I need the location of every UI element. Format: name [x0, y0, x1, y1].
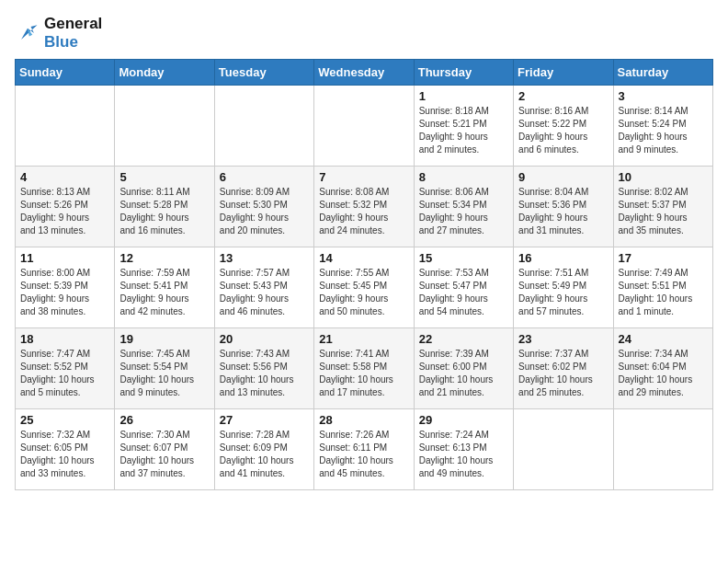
logo-icon — [15, 20, 40, 46]
day-info: Sunrise: 7:39 AM Sunset: 6:00 PM Dayligh… — [419, 348, 508, 399]
day-number: 10 — [619, 170, 708, 184]
day-number: 21 — [319, 332, 408, 346]
day-info: Sunrise: 8:11 AM Sunset: 5:28 PM Dayligh… — [119, 186, 209, 237]
day-info: Sunrise: 7:45 AM Sunset: 5:54 PM Dayligh… — [119, 348, 209, 399]
calendar-cell — [214, 86, 313, 167]
day-info: Sunrise: 7:55 AM Sunset: 5:45 PM Dayligh… — [319, 267, 408, 318]
day-number: 14 — [319, 251, 408, 265]
calendar-week-4: 18Sunrise: 7:47 AM Sunset: 5:52 PM Dayli… — [16, 328, 713, 409]
calendar-cell — [115, 86, 214, 167]
calendar-cell: 6Sunrise: 8:09 AM Sunset: 5:30 PM Daylig… — [214, 167, 313, 247]
day-info: Sunrise: 8:00 AM Sunset: 5:39 PM Dayligh… — [20, 267, 109, 318]
calendar-cell: 1Sunrise: 8:18 AM Sunset: 5:21 PM Daylig… — [414, 86, 513, 167]
calendar-cell: 13Sunrise: 7:57 AM Sunset: 5:43 PM Dayli… — [214, 247, 313, 328]
calendar-cell: 4Sunrise: 8:13 AM Sunset: 5:26 PM Daylig… — [16, 167, 115, 247]
weekday-header-wednesday: Wednesday — [314, 60, 414, 86]
calendar-cell — [514, 409, 613, 490]
day-info: Sunrise: 7:34 AM Sunset: 6:04 PM Dayligh… — [619, 348, 708, 399]
day-info: Sunrise: 8:13 AM Sunset: 5:26 PM Dayligh… — [20, 186, 109, 237]
day-number: 22 — [419, 332, 508, 346]
header: General Blue — [15, 15, 713, 52]
calendar-cell: 3Sunrise: 8:14 AM Sunset: 5:24 PM Daylig… — [613, 86, 712, 167]
calendar-cell: 20Sunrise: 7:43 AM Sunset: 5:56 PM Dayli… — [214, 328, 313, 409]
calendar-week-1: 1Sunrise: 8:18 AM Sunset: 5:21 PM Daylig… — [16, 86, 713, 167]
calendar-week-3: 11Sunrise: 8:00 AM Sunset: 5:39 PM Dayli… — [16, 247, 713, 328]
day-number: 16 — [518, 251, 608, 265]
calendar-cell: 26Sunrise: 7:30 AM Sunset: 6:07 PM Dayli… — [115, 409, 214, 490]
calendar-cell: 21Sunrise: 7:41 AM Sunset: 5:58 PM Dayli… — [314, 328, 414, 409]
day-number: 23 — [518, 332, 608, 346]
calendar-week-2: 4Sunrise: 8:13 AM Sunset: 5:26 PM Daylig… — [16, 167, 713, 247]
day-number: 28 — [319, 413, 408, 427]
calendar-cell — [613, 409, 712, 490]
calendar-cell: 10Sunrise: 8:02 AM Sunset: 5:37 PM Dayli… — [613, 167, 712, 247]
day-info: Sunrise: 7:53 AM Sunset: 5:47 PM Dayligh… — [419, 267, 508, 318]
calendar-cell: 12Sunrise: 7:59 AM Sunset: 5:41 PM Dayli… — [115, 247, 214, 328]
calendar-week-5: 25Sunrise: 7:32 AM Sunset: 6:05 PM Dayli… — [16, 409, 713, 490]
day-number: 20 — [220, 332, 309, 346]
calendar-cell: 8Sunrise: 8:06 AM Sunset: 5:34 PM Daylig… — [414, 167, 513, 247]
calendar-cell: 5Sunrise: 8:11 AM Sunset: 5:28 PM Daylig… — [115, 167, 214, 247]
day-number: 12 — [119, 251, 209, 265]
weekday-header-friday: Friday — [514, 60, 613, 86]
calendar-cell: 28Sunrise: 7:26 AM Sunset: 6:11 PM Dayli… — [314, 409, 414, 490]
calendar-cell: 29Sunrise: 7:24 AM Sunset: 6:13 PM Dayli… — [414, 409, 513, 490]
day-info: Sunrise: 8:16 AM Sunset: 5:22 PM Dayligh… — [518, 105, 608, 156]
day-number: 3 — [619, 89, 708, 103]
calendar-cell: 18Sunrise: 7:47 AM Sunset: 5:52 PM Dayli… — [16, 328, 115, 409]
day-info: Sunrise: 7:51 AM Sunset: 5:49 PM Dayligh… — [518, 267, 608, 318]
day-info: Sunrise: 7:47 AM Sunset: 5:52 PM Dayligh… — [20, 348, 109, 399]
calendar-cell: 24Sunrise: 7:34 AM Sunset: 6:04 PM Dayli… — [613, 328, 712, 409]
day-number: 5 — [119, 170, 209, 184]
day-number: 9 — [518, 170, 608, 184]
day-number: 13 — [220, 251, 309, 265]
calendar-cell — [314, 86, 414, 167]
day-info: Sunrise: 8:09 AM Sunset: 5:30 PM Dayligh… — [220, 186, 309, 237]
day-info: Sunrise: 7:32 AM Sunset: 6:05 PM Dayligh… — [20, 429, 109, 480]
day-number: 6 — [220, 170, 309, 184]
day-info: Sunrise: 8:06 AM Sunset: 5:34 PM Dayligh… — [419, 186, 508, 237]
calendar-cell: 22Sunrise: 7:39 AM Sunset: 6:00 PM Dayli… — [414, 328, 513, 409]
day-info: Sunrise: 7:30 AM Sunset: 6:07 PM Dayligh… — [119, 429, 209, 480]
day-info: Sunrise: 8:08 AM Sunset: 5:32 PM Dayligh… — [319, 186, 408, 237]
day-info: Sunrise: 7:59 AM Sunset: 5:41 PM Dayligh… — [119, 267, 209, 318]
day-info: Sunrise: 8:04 AM Sunset: 5:36 PM Dayligh… — [518, 186, 608, 237]
logo: General Blue — [15, 15, 102, 52]
day-number: 17 — [619, 251, 708, 265]
weekday-header-tuesday: Tuesday — [214, 60, 313, 86]
logo-text: General Blue — [44, 15, 102, 52]
day-info: Sunrise: 8:18 AM Sunset: 5:21 PM Dayligh… — [419, 105, 508, 156]
day-info: Sunrise: 7:26 AM Sunset: 6:11 PM Dayligh… — [319, 429, 408, 480]
calendar-cell: 27Sunrise: 7:28 AM Sunset: 6:09 PM Dayli… — [214, 409, 313, 490]
day-info: Sunrise: 7:49 AM Sunset: 5:51 PM Dayligh… — [619, 267, 708, 318]
day-number: 2 — [518, 89, 608, 103]
calendar-cell: 14Sunrise: 7:55 AM Sunset: 5:45 PM Dayli… — [314, 247, 414, 328]
day-number: 1 — [419, 89, 508, 103]
day-number: 15 — [419, 251, 508, 265]
day-number: 8 — [419, 170, 508, 184]
day-number: 7 — [319, 170, 408, 184]
calendar-cell: 25Sunrise: 7:32 AM Sunset: 6:05 PM Dayli… — [16, 409, 115, 490]
calendar-cell: 23Sunrise: 7:37 AM Sunset: 6:02 PM Dayli… — [514, 328, 613, 409]
weekday-header-sunday: Sunday — [16, 60, 115, 86]
day-number: 24 — [619, 332, 708, 346]
day-info: Sunrise: 7:37 AM Sunset: 6:02 PM Dayligh… — [518, 348, 608, 399]
day-number: 25 — [20, 413, 109, 427]
day-number: 11 — [20, 251, 109, 265]
calendar-cell: 9Sunrise: 8:04 AM Sunset: 5:36 PM Daylig… — [514, 167, 613, 247]
calendar-cell: 17Sunrise: 7:49 AM Sunset: 5:51 PM Dayli… — [613, 247, 712, 328]
day-info: Sunrise: 7:28 AM Sunset: 6:09 PM Dayligh… — [220, 429, 309, 480]
day-info: Sunrise: 7:24 AM Sunset: 6:13 PM Dayligh… — [419, 429, 508, 480]
day-info: Sunrise: 7:41 AM Sunset: 5:58 PM Dayligh… — [319, 348, 408, 399]
day-number: 19 — [119, 332, 209, 346]
calendar-cell: 16Sunrise: 7:51 AM Sunset: 5:49 PM Dayli… — [514, 247, 613, 328]
weekday-header-monday: Monday — [115, 60, 214, 86]
weekday-header-thursday: Thursday — [414, 60, 513, 86]
weekday-header-saturday: Saturday — [613, 60, 712, 86]
calendar-cell: 2Sunrise: 8:16 AM Sunset: 5:22 PM Daylig… — [514, 86, 613, 167]
day-info: Sunrise: 8:02 AM Sunset: 5:37 PM Dayligh… — [619, 186, 708, 237]
calendar-cell — [16, 86, 115, 167]
day-info: Sunrise: 7:57 AM Sunset: 5:43 PM Dayligh… — [220, 267, 309, 318]
calendar-table: SundayMondayTuesdayWednesdayThursdayFrid… — [15, 59, 713, 490]
calendar-cell: 19Sunrise: 7:45 AM Sunset: 5:54 PM Dayli… — [115, 328, 214, 409]
